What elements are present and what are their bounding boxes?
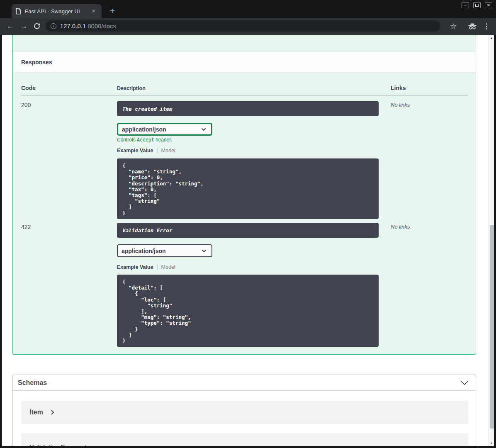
tab-model[interactable]: Model: [161, 148, 175, 153]
tab-title: Fast API - Swagger UI: [21, 8, 90, 15]
schemas-header[interactable]: Schemas: [13, 375, 476, 391]
media-type-select-422[interactable]: application/json: [117, 244, 212, 257]
schemas-section: Schemas Item ValidationError: [12, 375, 476, 446]
window-border-bottom: [0, 446, 496, 448]
response-description-200: The created item: [117, 101, 379, 116]
reload-icon: [33, 22, 41, 30]
url-host: 127.0.0.1: [60, 23, 86, 29]
page-scrollbar[interactable]: ▲ ▼: [489, 35, 494, 446]
site-info-icon[interactable]: i: [51, 23, 56, 29]
schema-item-name: Item: [29, 409, 43, 416]
tab-close-icon[interactable]: ✕: [90, 7, 97, 15]
reload-button[interactable]: [32, 21, 42, 32]
back-button[interactable]: ←: [5, 21, 16, 32]
browser-tab[interactable]: Fast API - Swagger UI ✕: [12, 4, 102, 18]
example-json-200: { "name": "string", "price": 0, "descrip…: [117, 158, 379, 219]
maximize-icon: [475, 4, 479, 7]
column-header-description: Description: [117, 85, 146, 91]
browser-titlebar: Fast API - Swagger UI ✕ + ✕: [0, 0, 496, 18]
tab-divider: [157, 264, 158, 270]
tab-model[interactable]: Model: [161, 264, 175, 270]
tab-divider: [157, 148, 158, 153]
forward-button[interactable]: →: [18, 21, 29, 32]
response-links-422: No links: [391, 224, 410, 230]
tab-example-value[interactable]: Example Value: [117, 264, 153, 270]
accept-header-note: Controls Accept header.: [117, 137, 172, 143]
window-minimize-button[interactable]: [462, 2, 469, 8]
chevron-down-icon: [202, 249, 207, 253]
column-header-code: Code: [21, 85, 36, 91]
schemas-title: Schemas: [18, 379, 47, 387]
schema-validationerror-name: ValidationError: [29, 444, 77, 446]
swagger-page: Responses Code Description Links 200 The…: [2, 35, 489, 446]
response-links-200: No links: [391, 102, 410, 108]
post-opblock: Responses Code Description Links 200 The…: [12, 35, 476, 355]
window-controls: ✕: [462, 2, 492, 8]
scrollbar-thumb[interactable]: [490, 225, 494, 429]
chevron-down-icon[interactable]: [460, 380, 469, 385]
column-header-links: Links: [391, 85, 406, 91]
media-type-value-200: application/json: [118, 126, 201, 133]
url-text[interactable]: 127.0.0.1:8000/docs: [60, 23, 116, 29]
example-model-tabs-422: Example Value Model: [117, 264, 175, 270]
response-code-422: 422: [21, 224, 31, 230]
chevron-right-icon: [85, 445, 88, 446]
example-json-422: { "detail": [ { "loc": [ "string" ], "ms…: [117, 275, 379, 347]
chevron-right-icon: [51, 409, 54, 415]
scroll-up-icon[interactable]: ▲: [489, 35, 494, 41]
url-path: :8000/docs: [86, 23, 116, 29]
responses-heading: Responses: [13, 59, 52, 66]
responses-section-header: Responses: [13, 51, 476, 73]
window-close-button[interactable]: ✕: [485, 2, 492, 8]
new-tab-button[interactable]: +: [107, 5, 118, 16]
minimize-icon: [464, 5, 467, 5]
window-maximize-button[interactable]: [473, 2, 481, 8]
response-description-422: Validation Error: [117, 223, 379, 238]
tab-example-value[interactable]: Example Value: [117, 148, 153, 153]
address-bar[interactable]: i 127.0.0.1:8000/docs: [46, 20, 440, 32]
table-header-divider: [21, 95, 468, 96]
scroll-down-icon[interactable]: ▼: [489, 440, 494, 446]
schema-validationerror-row[interactable]: ValidationError: [21, 433, 468, 446]
chevron-down-icon: [201, 128, 206, 131]
incognito-indicator: [467, 21, 478, 32]
browser-menu-button[interactable]: ⋮: [481, 21, 492, 32]
media-type-value-422: application/json: [118, 248, 202, 254]
window-border-right: [494, 35, 496, 448]
schema-item-row[interactable]: Item: [21, 401, 468, 424]
bookmark-star-button[interactable]: ☆: [448, 21, 459, 32]
media-type-select-200[interactable]: application/json: [117, 123, 212, 136]
example-model-tabs-200: Example Value Model: [117, 148, 175, 153]
page-favicon-icon: [16, 8, 21, 15]
response-code-200: 200: [21, 102, 31, 108]
incognito-icon: [467, 22, 477, 30]
